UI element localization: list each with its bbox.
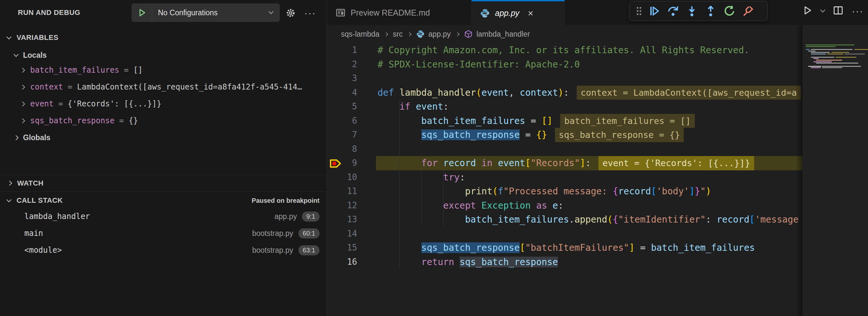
editor-group: Preview README.md app.py ×: [327, 0, 868, 316]
callstack-frame[interactable]: mainbootstrap.py60:1: [0, 225, 327, 242]
run-options-chevron[interactable]: [821, 8, 825, 14]
code-line-text: def lambda_handler(event, context):conte…: [378, 86, 801, 100]
code-line[interactable]: 5 if event:: [327, 100, 803, 114]
chevron-down-icon: [269, 10, 279, 15]
code-token: context: [520, 87, 558, 98]
line-number[interactable]: 14: [327, 227, 357, 241]
sidebar-more-actions-button[interactable]: ···: [304, 7, 316, 19]
minimap[interactable]: [803, 25, 868, 316]
scope-locals[interactable]: Locals: [0, 49, 327, 62]
code-token: [476, 200, 482, 211]
callstack-section-header[interactable]: CALL STACK Paused on breakpoint: [0, 193, 327, 208]
code-line[interactable]: 14: [327, 227, 803, 241]
line-number[interactable]: 16: [327, 255, 357, 269]
line-number[interactable]: 5: [327, 100, 357, 114]
code-line[interactable]: 12 except Exception as e:: [327, 198, 803, 213]
continue-button[interactable]: [645, 3, 664, 20]
code-token: sqs_batch_response: [421, 242, 520, 253]
minimap-segment: [816, 63, 858, 64]
line-number[interactable]: 10: [327, 170, 357, 185]
start-debug-button[interactable]: [132, 4, 152, 22]
code-token: batch_item_failures: [421, 116, 525, 126]
frame-position-badge: 60:1: [299, 228, 319, 239]
paused-status: Paused on breakpoint: [252, 197, 319, 204]
minimap-segment: [811, 57, 834, 58]
line-number[interactable]: 8: [327, 142, 357, 156]
breadcrumb-folder[interactable]: src: [393, 30, 403, 39]
breadcrumb-folder[interactable]: sqs-lambda: [341, 30, 379, 39]
run-python-file-button[interactable]: [802, 5, 812, 17]
line-number[interactable]: 13: [327, 213, 357, 227]
code-editor[interactable]: 1# Copyright Amazon.com, Inc. or its aff…: [327, 43, 803, 316]
tab-label: Preview README.md: [351, 8, 430, 18]
variable-row[interactable]: context = LambdaContext([aws_request_id=…: [0, 78, 327, 95]
code-token: [454, 257, 460, 267]
scope-label: Globals: [23, 133, 50, 142]
line-number[interactable]: 12: [327, 198, 357, 213]
callstack-frame[interactable]: <module>bootstrap.py63:1: [0, 242, 327, 259]
step-out-button[interactable]: [701, 3, 720, 20]
grip-icon: [636, 6, 643, 16]
debug-settings-button[interactable]: [285, 7, 297, 19]
code-line[interactable]: 1# Copyright Amazon.com, Inc. or its aff…: [327, 43, 803, 57]
line-number[interactable]: 6: [327, 114, 357, 128]
step-into-button[interactable]: [682, 3, 701, 20]
tab-bar: Preview README.md app.py ×: [327, 0, 868, 25]
scroll-shadow: [796, 25, 803, 316]
variable-equals: =: [119, 66, 133, 74]
debug-step-into-icon: [686, 5, 698, 17]
code-line[interactable]: 11 print(f"Processed message: {record['b…: [327, 184, 803, 198]
code-line[interactable]: 2# SPDX-License-Identifier: Apache-2.0: [327, 57, 803, 72]
code-token: "Records": [531, 158, 580, 168]
toolbar-drag-handle[interactable]: [633, 3, 645, 20]
step-over-button[interactable]: [664, 3, 682, 20]
code-token: :: [706, 214, 716, 225]
callstack-frame[interactable]: lambda_handlerapp.py9:1: [0, 208, 327, 225]
line-number[interactable]: 7: [327, 128, 357, 142]
minimap-segment: [816, 60, 842, 61]
code-token: in: [482, 158, 492, 168]
line-number[interactable]: 3: [327, 71, 357, 86]
code-line[interactable]: 15 sqs_batch_response["batchItemFailures…: [327, 241, 803, 255]
debug-configuration-dropdown[interactable]: No Configurations: [132, 4, 280, 22]
variable-equals: =: [115, 116, 128, 125]
line-number[interactable]: 15: [327, 241, 357, 255]
variable-row[interactable]: event = {'Records': [{...}]}: [0, 95, 327, 112]
code-line[interactable]: 3: [327, 71, 803, 86]
breadcrumb-file[interactable]: app.py: [429, 30, 451, 39]
code-token: def: [378, 87, 394, 98]
chevron-down-icon: [6, 34, 12, 39]
code-token: Exception: [482, 200, 531, 211]
code-line[interactable]: 4def lambda_handler(event, context):cont…: [327, 86, 803, 100]
breadcrumb-separator-icon: [456, 32, 460, 36]
editor-more-actions-button[interactable]: ···: [852, 5, 864, 17]
code-line[interactable]: 6 batch_item_failures = []batch_item_fai…: [327, 114, 803, 128]
restart-button[interactable]: [720, 3, 739, 20]
code-line[interactable]: 8: [327, 142, 803, 156]
line-number[interactable]: 4: [327, 86, 357, 100]
tab-app-py[interactable]: app.py ×: [472, 0, 565, 25]
split-editor-button[interactable]: [833, 5, 843, 17]
line-number[interactable]: 11: [327, 184, 357, 198]
minimap-segment: [813, 58, 819, 59]
breadcrumb-symbol[interactable]: lambda_handler: [476, 30, 530, 39]
code-line[interactable]: 13 batch_item_failures.append({"itemIden…: [327, 213, 803, 227]
code-line-text: except Exception as e:: [378, 198, 563, 213]
watch-section-header[interactable]: WATCH: [0, 175, 327, 192]
variables-section-header[interactable]: VARIABLES: [0, 31, 327, 44]
tab-preview-readme[interactable]: Preview README.md: [327, 0, 472, 25]
code-line[interactable]: 16 return sqs_batch_response: [327, 255, 803, 269]
code-line[interactable]: 10 try:: [327, 170, 803, 185]
scope-globals[interactable]: Globals: [0, 129, 327, 146]
variable-row[interactable]: batch_item_failures = []: [0, 62, 327, 78]
play-icon: [138, 8, 146, 17]
line-number[interactable]: 1: [327, 43, 357, 57]
code-line[interactable]: 9 for record in event["Records"]:event =…: [327, 156, 803, 170]
disconnect-button[interactable]: [739, 3, 758, 20]
close-icon[interactable]: ×: [528, 8, 534, 19]
variable-row[interactable]: sqs_batch_response = {}: [0, 112, 327, 129]
code-line[interactable]: 7 sqs_batch_response = {}sqs_batch_respo…: [327, 128, 803, 142]
code-token: [: [525, 158, 531, 168]
debug-inline-value: event = {'Records': [{...}]}: [598, 156, 754, 170]
line-number[interactable]: 2: [327, 57, 357, 72]
